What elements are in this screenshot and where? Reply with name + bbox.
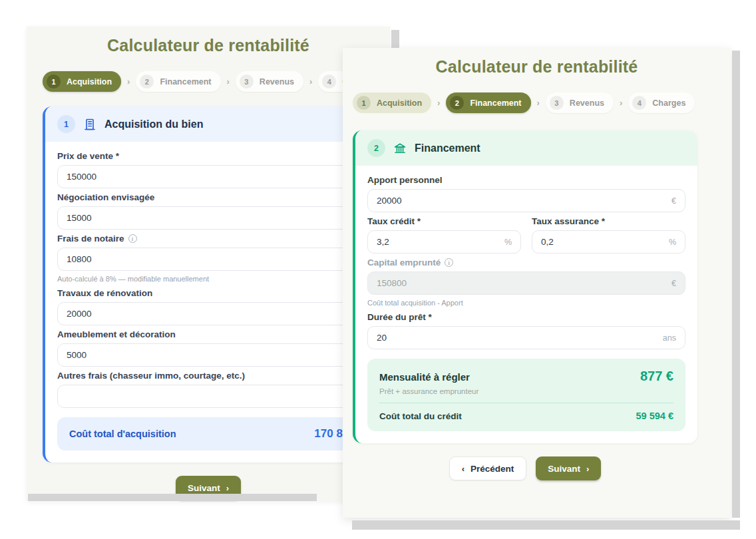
acquisition-card-header: 1 Acquisition du bien: [45, 106, 389, 142]
chevron-right-icon: ›: [437, 98, 440, 108]
financement-card-header: 2 Financement: [355, 130, 697, 166]
page-title: Calculateur de rentabilité: [343, 48, 731, 77]
credit-summary-box: Mensualité à régler 877 € Prêt + assuran…: [367, 359, 685, 431]
field-label: Ameublement et décoration: [57, 329, 377, 339]
chevron-right-icon: ›: [227, 77, 230, 87]
step-label: Charges: [652, 98, 685, 108]
chevron-left-icon: ‹: [462, 464, 465, 474]
step-number: 2: [140, 75, 154, 89]
field-helper-text: Coût total acquisition - Apport: [367, 299, 685, 307]
total-label: Coût total d'acquisition: [69, 429, 176, 439]
step-label: Revenus: [260, 77, 294, 87]
monthly-payment-value: 877 €: [640, 369, 673, 384]
field-apport: Apport personnel €: [367, 175, 685, 212]
step-number: 4: [322, 75, 336, 89]
duree-input[interactable]: [377, 333, 658, 343]
step-acquisition[interactable]: 1 Acquisition: [353, 92, 431, 113]
step-label: Financement: [470, 98, 521, 108]
step-number: 3: [240, 75, 254, 89]
field-label: Autres frais (chasseur immo, courtage, e…: [57, 371, 377, 381]
total-acquisition-box: Coût total d'acquisition 170 800 €: [57, 417, 377, 450]
step-label: Revenus: [570, 98, 604, 108]
negociation-input[interactable]: [67, 213, 367, 223]
chevron-right-icon: ›: [127, 77, 130, 87]
field-duree: Durée du prêt * ans: [367, 312, 685, 349]
step-charges[interactable]: 4 Charges: [628, 92, 695, 113]
next-button-label: Suivant: [548, 464, 580, 474]
chevron-right-icon: ›: [309, 77, 312, 87]
field-label: Apport personnel: [367, 175, 685, 185]
section-title: Acquisition du bien: [104, 118, 203, 130]
step-number: 2: [450, 96, 464, 110]
field-helper-text: Auto-calculé à 8% — modifiable manuellem…: [57, 275, 377, 283]
previous-button[interactable]: ‹ Précédent: [449, 456, 527, 480]
unit-suffix: €: [671, 279, 676, 288]
monthly-payment-label: Mensualité à régler: [379, 371, 470, 383]
ameublement-input[interactable]: [67, 350, 367, 360]
step-financement[interactable]: 2 Financement: [446, 92, 530, 113]
field-label: Capital emprunté: [367, 258, 441, 268]
divider: [379, 403, 673, 403]
next-button[interactable]: Suivant ›: [536, 456, 601, 480]
credit-total-label: Coût total du crédit: [379, 411, 462, 421]
travaux-input[interactable]: [67, 309, 367, 319]
prix-de-vente-input[interactable]: [67, 172, 367, 182]
field-prix-de-vente: Prix de vente *: [57, 151, 377, 188]
field-taux-credit: Taux crédit * %: [367, 216, 521, 254]
step-financement[interactable]: 2 Financement: [136, 71, 220, 92]
stepper: 1 Acquisition › 2 Financement › 3 Revenu…: [353, 92, 740, 113]
field-label: Taux crédit *: [367, 216, 521, 226]
apport-input[interactable]: [377, 196, 666, 206]
page-title: Calculateur de rentabilité: [27, 27, 390, 55]
step-acquisition[interactable]: 1 Acquisition: [43, 71, 121, 92]
field-capital: Capital emprunté i € Coût total acquisit…: [367, 258, 685, 307]
field-label: Négociation envisagée: [57, 192, 377, 202]
unit-suffix: %: [669, 238, 676, 247]
financement-card: 2 Financement Apport personnel € Taux cr…: [353, 130, 697, 443]
section-title: Financement: [415, 142, 480, 154]
step-number: 3: [550, 96, 564, 110]
field-label: Travaux de rénovation: [57, 288, 377, 298]
monthly-payment-subtext: Prêt + assurance emprunteur: [379, 387, 673, 395]
autres-frais-input[interactable]: [67, 391, 367, 401]
previous-button-label: Précédent: [471, 464, 514, 474]
field-label: Frais de notaire: [57, 234, 124, 244]
frais-notaire-input[interactable]: [67, 254, 367, 264]
bank-icon: [393, 142, 407, 155]
info-icon[interactable]: i: [445, 258, 453, 267]
acquisition-card: 1 Acquisition du bien Prix de vente * Né…: [43, 106, 389, 462]
field-autres-frais: Autres frais (chasseur immo, courtage, e…: [57, 371, 377, 408]
financement-screen: Calculateur de rentabilité 1 Acquisition…: [343, 48, 740, 530]
chevron-right-icon: ›: [586, 464, 589, 474]
step-number: 4: [632, 96, 646, 110]
horizontal-scrollbar[interactable]: [352, 520, 740, 530]
chevron-right-icon: ›: [226, 483, 229, 493]
step-revenus[interactable]: 3 Revenus: [236, 71, 303, 92]
field-label: Durée du prêt *: [367, 312, 685, 322]
chevron-right-icon: ›: [537, 98, 540, 108]
field-ameublement: Ameublement et décoration: [57, 329, 377, 367]
info-icon[interactable]: i: [128, 234, 137, 243]
step-label: Acquisition: [377, 98, 422, 108]
taux-credit-input[interactable]: [377, 237, 499, 247]
step-label: Acquisition: [67, 77, 112, 87]
field-label: Prix de vente *: [57, 151, 377, 161]
next-button-label: Suivant: [188, 483, 220, 493]
step-number: 1: [357, 96, 371, 110]
field-negociation: Négociation envisagée: [57, 192, 377, 230]
step-number: 1: [47, 75, 61, 89]
credit-total-value: 59 594 €: [636, 411, 673, 421]
chevron-right-icon: ›: [620, 98, 622, 108]
horizontal-scrollbar[interactable]: [28, 494, 317, 501]
vertical-scrollbar[interactable]: [732, 51, 740, 518]
section-number-badge: 1: [57, 115, 75, 133]
step-revenus[interactable]: 3 Revenus: [546, 92, 614, 113]
field-travaux: Travaux de rénovation: [57, 288, 377, 325]
building-icon: [83, 118, 96, 131]
unit-suffix: %: [504, 238, 512, 247]
taux-assurance-input[interactable]: [541, 237, 663, 247]
field-label: Taux assurance *: [532, 216, 685, 226]
unit-suffix: €: [671, 196, 676, 206]
step-label: Financement: [160, 77, 211, 87]
capital-input: [377, 278, 666, 288]
